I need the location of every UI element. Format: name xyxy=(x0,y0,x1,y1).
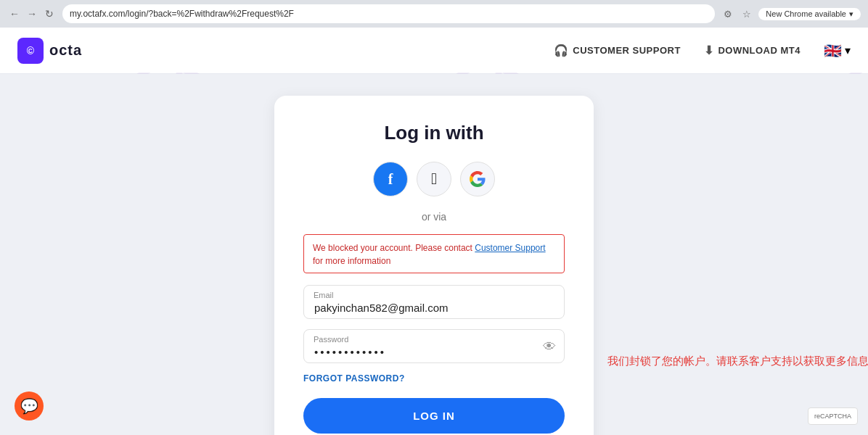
google-login-button[interactable] xyxy=(460,162,495,196)
chevron-down-icon: ▾ xyxy=(849,9,853,19)
error-box: We blocked your account. Please contact … xyxy=(303,234,565,273)
apple-icon:  xyxy=(431,170,437,188)
address-bar[interactable]: my.octafx.com/login/?back=%2Fwithdraw%2F… xyxy=(62,4,715,23)
logo-area: © octa xyxy=(17,38,82,64)
back-button[interactable]: ← xyxy=(7,7,22,21)
customer-support-link[interactable]: Customer Support xyxy=(475,243,545,253)
flag-icon: 🇬🇧 xyxy=(824,42,842,59)
password-label: Password xyxy=(314,335,348,344)
new-chrome-label: New Chrome available xyxy=(766,9,846,18)
refresh-button[interactable]: ↻ xyxy=(42,7,57,21)
password-eye-icon[interactable]: 👁 xyxy=(543,339,556,354)
download-mt4-label: DOWNLOAD MT4 xyxy=(718,45,801,56)
logo-icon: © xyxy=(17,38,44,64)
logo-text: octa xyxy=(49,42,82,59)
google-icon xyxy=(470,171,486,187)
customer-support-label: CUSTOMER SUPPORT xyxy=(573,45,681,56)
browser-nav: ← → ↻ xyxy=(7,7,57,21)
social-buttons: f  xyxy=(303,162,565,196)
error-message-part2: for more information xyxy=(313,256,390,266)
email-field-group: Email xyxy=(303,285,565,319)
extension-button[interactable]: ⚙ xyxy=(721,7,735,21)
chat-button[interactable]: 💬 xyxy=(15,392,44,420)
chat-icon: 💬 xyxy=(20,397,38,415)
recaptcha-text: reCAPTCHA xyxy=(814,413,851,420)
headset-icon: 🎧 xyxy=(554,44,569,57)
recaptcha-badge: reCAPTCHA xyxy=(808,407,858,425)
page-content: Log in with f  or via We bl xyxy=(0,74,868,435)
url-text: my.octafx.com/login/?back=%2Fwithdraw%2F… xyxy=(70,9,294,19)
forgot-password-link[interactable]: FORGOT PASSWORD? xyxy=(303,373,565,384)
chinese-note-text: 我们封锁了您的帐户。请联系客户支持以获取更多信息 xyxy=(607,355,868,368)
facebook-icon: f xyxy=(388,171,393,188)
error-message-part1: We blocked your account. Please contact xyxy=(313,243,475,253)
email-input[interactable] xyxy=(303,285,565,319)
facebook-login-button[interactable]: f xyxy=(373,162,408,196)
nav-download-mt4[interactable]: ⬇ DOWNLOAD MT4 xyxy=(704,44,801,57)
login-title: Log in with xyxy=(303,122,565,144)
password-field-group: Password 👁 xyxy=(303,329,565,363)
lang-chevron-icon: ▾ xyxy=(845,44,851,57)
new-chrome-badge: New Chrome available ▾ xyxy=(758,8,861,20)
app-header: © octa 🎧 CUSTOMER SUPPORT ⬇ DOWNLOAD MT4… xyxy=(0,28,868,74)
error-text: We blocked your account. Please contact … xyxy=(313,243,546,266)
header-nav: 🎧 CUSTOMER SUPPORT ⬇ DOWNLOAD MT4 🇬🇧 ▾ xyxy=(554,42,851,59)
login-button[interactable]: LOG IN xyxy=(303,398,565,434)
login-card: Log in with f  or via We bl xyxy=(274,96,594,435)
apple-login-button[interactable]:  xyxy=(417,162,451,196)
bookmark-button[interactable]: ☆ xyxy=(740,7,754,21)
email-label: Email xyxy=(314,291,334,299)
browser-bar: ← → ↻ my.octafx.com/login/?back=%2Fwithd… xyxy=(0,0,868,28)
nav-customer-support[interactable]: 🎧 CUSTOMER SUPPORT xyxy=(554,44,681,57)
download-icon: ⬇ xyxy=(704,44,714,57)
forward-button[interactable]: → xyxy=(25,7,39,21)
lang-selector[interactable]: 🇬🇧 ▾ xyxy=(824,42,851,59)
browser-actions: ⚙ ☆ New Chrome available ▾ xyxy=(721,7,861,21)
or-via-text: or via xyxy=(303,211,565,223)
